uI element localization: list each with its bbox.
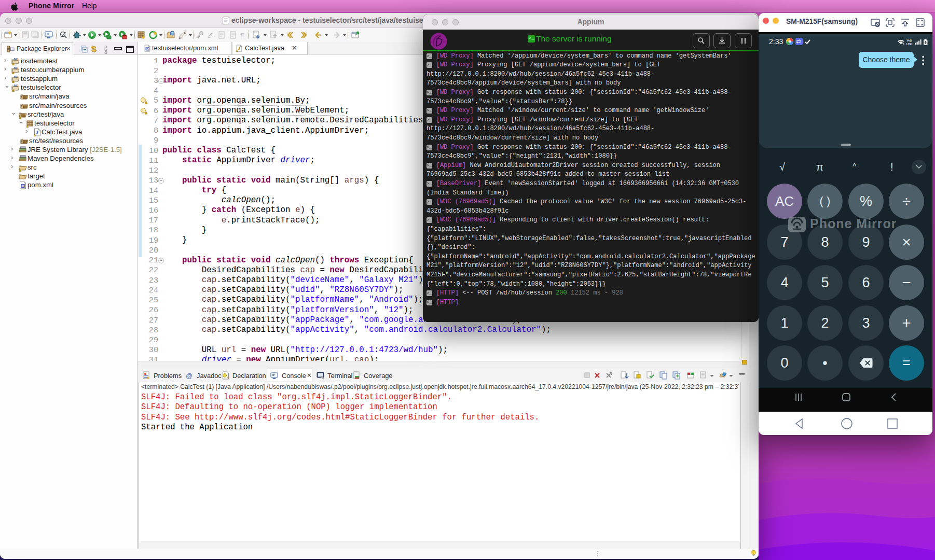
svg-text:M: M (146, 47, 149, 51)
svg-text:MJ: MJ (14, 75, 18, 78)
svg-text:J: J (36, 130, 39, 135)
svg-text:LTE1: LTE1 (906, 43, 913, 46)
svg-text:MJ: MJ (14, 84, 18, 87)
svg-text:MJ: MJ (14, 58, 18, 61)
svg-text:M: M (21, 184, 24, 188)
svg-text:J: J (238, 46, 240, 51)
svg-text:MJ: MJ (14, 66, 18, 69)
svg-text:Vo)): Vo)) (907, 39, 912, 42)
